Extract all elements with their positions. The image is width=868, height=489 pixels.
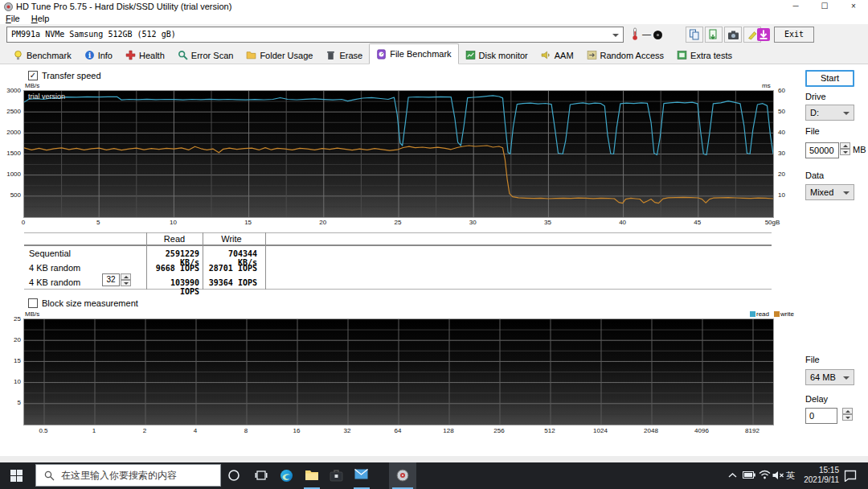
chevron-down-icon <box>843 112 850 115</box>
chart1-y-ticks-left: 30002500200015001000500 <box>1 90 22 216</box>
start-button[interactable]: Start <box>805 70 854 87</box>
cortana-icon[interactable] <box>227 469 240 482</box>
copy-image-button[interactable] <box>705 27 723 43</box>
edge-browser-icon[interactable] <box>280 469 293 483</box>
file-size-stepper[interactable] <box>840 142 850 155</box>
menu-file[interactable]: File <box>0 14 26 23</box>
svg-text:i: i <box>88 51 91 60</box>
table-header-divider <box>24 244 772 246</box>
tab-disk-monitor[interactable]: Disk monitor <box>459 47 534 64</box>
data-pattern-combobox[interactable]: Mixed <box>805 184 854 200</box>
file-size-unit: MB <box>853 145 866 154</box>
tab-error-scan[interactable]: Error Scan <box>171 47 240 64</box>
download-update-button[interactable] <box>755 27 772 43</box>
stepper-down-icon[interactable] <box>840 149 850 155</box>
block-file-combobox[interactable]: 64 MB <box>805 369 854 385</box>
tray-chevron-icon[interactable] <box>728 472 737 479</box>
chevron-down-icon <box>843 376 850 380</box>
temperature-value: — <box>642 29 651 39</box>
lightbulb-icon <box>13 50 23 60</box>
clock-date: 2021/9/11 <box>799 475 839 485</box>
random-qd32-write-value: 39364 IOPS <box>204 278 257 287</box>
queue-depth-stepper[interactable] <box>121 273 131 286</box>
tab-file-benchmark[interactable]: File Benchmark <box>369 43 458 64</box>
write-legend-swatch <box>774 311 780 317</box>
thermometer-icon <box>630 27 640 41</box>
drive-selector-combobox[interactable]: PM991a NVMe Samsung 512GB (512 gB) <box>6 27 624 43</box>
table-border-bottom <box>24 289 772 290</box>
close-button[interactable]: × <box>839 0 868 13</box>
title-bar: HD Tune Pro 5.75 - Hard Disk/SSD Utility… <box>0 0 868 13</box>
stepper-up-icon[interactable] <box>840 142 850 149</box>
queue-depth-input[interactable]: 32 <box>102 273 120 286</box>
folder-icon <box>246 50 256 60</box>
taskbar-clock[interactable]: 15:15 2021/9/11 <box>799 466 839 485</box>
extra-tests-icon <box>677 50 687 60</box>
windows-start-button[interactable] <box>10 470 23 482</box>
ime-indicator[interactable]: 英 <box>786 470 795 482</box>
transfer-speed-plot <box>24 91 773 217</box>
read-legend-swatch <box>750 311 755 317</box>
minimize-button[interactable]: ─ <box>781 0 810 13</box>
block-size-plot <box>24 319 773 425</box>
tab-extra-tests[interactable]: Extra tests <box>670 47 739 64</box>
block-size-checkbox[interactable]: Block size measurement <box>28 298 138 308</box>
file-size-input[interactable]: 50000 <box>805 142 839 158</box>
exit-button[interactable]: Exit <box>774 27 814 43</box>
delay-stepper[interactable] <box>842 408 853 421</box>
delay-input[interactable]: 0 <box>805 408 837 424</box>
speaker-icon <box>541 50 551 60</box>
tab-benchmark[interactable]: Benchmark <box>6 47 78 64</box>
drive-combobox[interactable]: D: <box>805 105 854 121</box>
block-file-label: File <box>805 355 820 364</box>
health-cross-icon <box>125 50 136 60</box>
chart2-y-axis-unit: MB/s <box>25 310 39 318</box>
tab-erase[interactable]: Erase <box>319 47 369 64</box>
tab-folder-usage[interactable]: Folder Usage <box>240 47 319 64</box>
data-pattern-label: Data <box>805 171 824 180</box>
checkbox-checked-icon: ✓ <box>28 71 38 80</box>
tab-health[interactable]: Health <box>119 47 171 64</box>
block-size-chart <box>23 318 774 425</box>
chart1-y-ticks-right: 605040302010 <box>776 90 792 216</box>
screenshot-button[interactable] <box>724 27 742 43</box>
chevron-down-icon <box>612 34 619 37</box>
tab-random-access[interactable]: Random Access <box>580 47 670 64</box>
stepper-up-icon[interactable] <box>121 273 131 280</box>
volume-muted-icon[interactable] <box>772 471 785 480</box>
table-header-write: Write <box>203 234 260 244</box>
monitor-chart-icon <box>465 50 476 60</box>
hdtune-taskbar-button[interactable] <box>389 462 416 489</box>
hdtune-icon <box>396 469 409 482</box>
transfer-speed-checkbox[interactable]: ✓ Transfer speed <box>28 71 101 80</box>
task-view-icon[interactable] <box>255 469 268 482</box>
copy-icon <box>689 29 700 40</box>
taskbar-search-input[interactable]: 在这里输入你要搜索的内容 <box>35 464 221 487</box>
stepper-down-icon[interactable] <box>842 414 853 421</box>
drive-label: Drive <box>805 92 826 101</box>
maximize-button[interactable]: ☐ <box>810 0 839 13</box>
copy-text-button[interactable] <box>686 27 703 43</box>
table-row-label: 4 KB random <box>29 277 80 287</box>
briefcase-icon[interactable] <box>330 469 343 482</box>
camera-icon <box>727 30 739 40</box>
taskbar: 在这里输入你要搜索的内容 英 15:15 2021/9/11 <box>0 462 868 489</box>
file-explorer-icon[interactable] <box>305 469 319 481</box>
disk-icon <box>653 30 663 40</box>
menu-help[interactable]: Help <box>26 14 55 23</box>
table-row-label: 4 KB random <box>29 263 80 273</box>
download-icon <box>756 27 771 42</box>
info-icon: i <box>84 50 95 60</box>
battery-icon[interactable] <box>743 471 755 479</box>
tab-info[interactable]: i Info <box>78 47 119 64</box>
action-center-icon[interactable] <box>844 470 857 482</box>
tab-aam[interactable]: AAM <box>534 47 580 64</box>
mail-icon[interactable] <box>354 469 368 479</box>
stepper-up-icon[interactable] <box>842 408 853 414</box>
menu-bar: File Help <box>0 13 868 24</box>
table-column-divider <box>265 232 266 290</box>
table-header-read: Read <box>147 234 202 244</box>
stepper-down-icon[interactable] <box>121 280 131 286</box>
window-title: HD Tune Pro 5.75 - Hard Disk/SSD Utility… <box>16 2 231 11</box>
wifi-icon[interactable] <box>759 470 771 479</box>
